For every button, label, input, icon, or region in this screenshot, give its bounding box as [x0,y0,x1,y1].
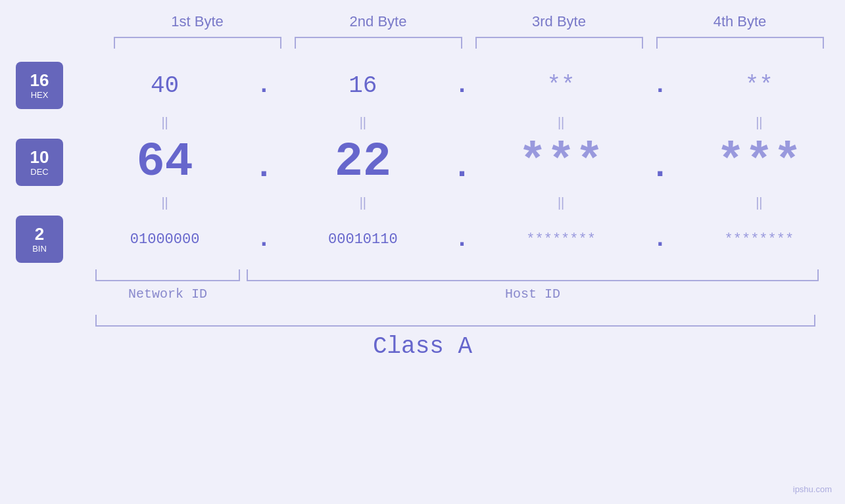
dec-byte-4: *** [673,135,845,189]
bin-byte-3: ******** [475,231,647,248]
dec-label-box: 10 DEC [16,139,63,186]
dec-byte-2: 22 [277,135,448,189]
top-bracket-row [107,37,831,49]
dec-label-container: 10 DEC [0,139,79,186]
dec-dot-3: . [647,149,673,186]
eq-1-3: || [475,115,647,130]
hex-row: 16 HEX 40 . 16 . ** . ** [0,62,845,109]
eq-dot-6 [647,195,673,210]
id-labels-section: Network ID Host ID [0,269,845,302]
byte-header-2: 2nd Byte [288,13,469,30]
hex-byte-2: 16 [277,72,448,99]
bin-bytes: 01000000 . 00010110 . ******** . *******… [79,226,845,253]
hex-base-text: HEX [31,90,49,100]
bin-label-container: 2 BIN [0,216,79,263]
bin-base-num: 2 [35,225,44,244]
byte-header-4: 4th Byte [650,13,831,30]
hex-byte-1: 40 [79,72,251,99]
dec-bytes: 64 . 22 . *** . *** [79,135,845,189]
network-id-label: Network ID [95,286,240,302]
eq-dot-3 [647,115,673,130]
eq-2-2: || [277,195,448,210]
dec-byte-3: *** [475,135,647,189]
hex-dot-1: . [251,72,277,99]
eq-1-1: || [79,115,251,130]
host-id-label: Host ID [247,286,819,302]
bracket-3 [475,37,643,49]
class-row: Class A [0,315,845,360]
hex-base-num: 16 [30,71,49,90]
bottom-bracket-row [95,269,819,281]
eq-cells-2: || || || || [79,195,845,210]
bracket-4 [656,37,824,49]
class-bracket [95,315,815,327]
hex-label-box: 16 HEX [16,62,63,109]
eq-2-1: || [79,195,251,210]
dec-dot-1: . [251,149,277,186]
class-label: Class A [0,333,845,360]
dec-base-text: DEC [30,167,48,177]
dec-byte-1: 64 [79,135,251,189]
eq-dot-2 [449,115,475,130]
bin-row: 2 BIN 01000000 . 00010110 . ******** . *… [0,216,845,263]
eq-dot-4 [251,195,277,210]
bin-dot-1: . [251,226,277,253]
equals-row-2: || || || || [0,189,845,216]
bin-byte-1: 01000000 [79,231,251,248]
watermark: ipshu.com [793,484,832,494]
eq-dot-1 [251,115,277,130]
hex-byte-3: ** [475,72,647,99]
host-bracket [247,269,819,281]
hex-byte-4: ** [673,72,845,99]
bin-label-box: 2 BIN [16,216,63,263]
bin-base-text: BIN [32,244,47,254]
equals-row-1: || || || || [0,109,845,135]
hex-label-container: 16 HEX [0,62,79,109]
hex-dot-3: . [647,72,673,99]
bin-byte-4: ******** [673,231,845,248]
dec-base-num: 10 [30,148,49,167]
eq-cells-1: || || || || [79,115,845,130]
bin-byte-2: 00010110 [277,231,448,248]
bin-dot-3: . [647,226,673,253]
hex-bytes: 40 . 16 . ** . ** [79,72,845,99]
eq-2-4: || [673,195,845,210]
eq-1-2: || [277,115,448,130]
dec-dot-2: . [449,149,475,186]
bracket-2 [295,37,462,49]
bin-dot-2: . [449,226,475,253]
eq-1-4: || [673,115,845,130]
byte-header-3: 3rd Byte [469,13,650,30]
byte-headers: 1st Byte 2nd Byte 3rd Byte 4th Byte [107,13,831,30]
eq-2-3: || [475,195,647,210]
eq-dot-5 [449,195,475,210]
main-container: 1st Byte 2nd Byte 3rd Byte 4th Byte 16 H… [0,0,845,504]
bracket-1 [114,37,281,49]
network-bracket [95,269,240,281]
hex-dot-2: . [449,72,475,99]
dec-row: 10 DEC 64 . 22 . *** . *** [0,135,845,189]
byte-header-1: 1st Byte [107,13,288,30]
id-labels-text: Network ID Host ID [95,286,819,302]
